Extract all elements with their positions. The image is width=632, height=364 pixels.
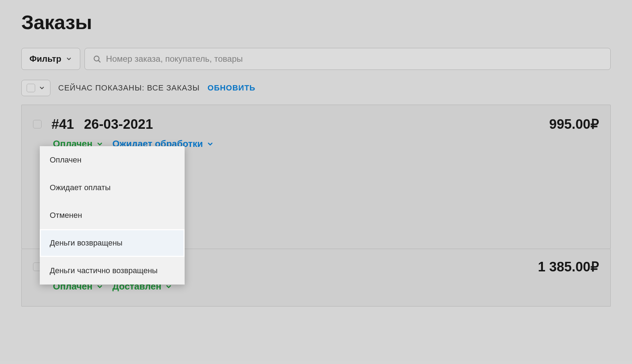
chevron-down-icon bbox=[66, 56, 72, 62]
order-number: #41 bbox=[51, 117, 74, 132]
filter-button[interactable]: Фильтр bbox=[21, 48, 80, 70]
menu-item-partially-refunded[interactable]: Деньги частично возвращены bbox=[40, 257, 185, 285]
page-title: Заказы bbox=[21, 11, 611, 34]
chevron-down-icon bbox=[39, 85, 45, 91]
menu-item-refunded[interactable]: Деньги возвращены bbox=[40, 229, 185, 257]
payment-status-menu: Оплачен Ожидает оплаты Отменен Деньги во… bbox=[40, 146, 185, 285]
order-checkbox[interactable] bbox=[33, 120, 42, 128]
select-all-checkbox[interactable] bbox=[27, 84, 35, 92]
search-icon bbox=[93, 55, 101, 63]
filter-status-text: СЕЙЧАС ПОКАЗАНЫ: ВСЕ ЗАКАЗЫ bbox=[58, 83, 200, 93]
menu-item-awaiting-payment[interactable]: Ожидает оплаты bbox=[40, 174, 185, 202]
search-box[interactable] bbox=[85, 48, 611, 70]
refresh-link[interactable]: ОБНОВИТЬ bbox=[208, 83, 256, 93]
search-input[interactable] bbox=[106, 54, 603, 64]
order-date: 26-03-2021 bbox=[84, 117, 153, 132]
chevron-down-icon bbox=[207, 140, 214, 148]
order-price: 995.00₽ bbox=[549, 116, 599, 132]
order-price: 1 385.00₽ bbox=[538, 259, 599, 275]
filter-label: Фильтр bbox=[29, 54, 61, 64]
menu-item-cancelled[interactable]: Отменен bbox=[40, 202, 185, 229]
menu-item-paid[interactable]: Оплачен bbox=[40, 146, 185, 174]
svg-line-1 bbox=[98, 60, 100, 62]
select-all-dropdown[interactable] bbox=[21, 80, 50, 96]
